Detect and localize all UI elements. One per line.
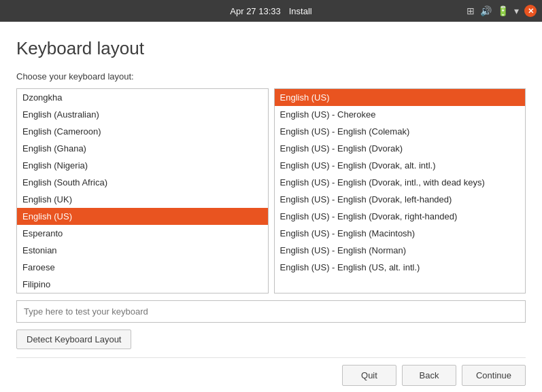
list-item[interactable]: English (US) - English (Dvorak, left-han…: [275, 191, 526, 208]
list-item[interactable]: English (US) - English (Dvorak, intl., w…: [275, 174, 526, 191]
list-item[interactable]: English (Nigeria): [17, 157, 268, 174]
titlebar-title: Install: [289, 6, 312, 16]
chevron-down-icon: ▾: [514, 5, 519, 16]
continue-button[interactable]: Continue: [462, 365, 526, 386]
network-icon: ⊞: [467, 5, 475, 16]
back-button[interactable]: Back: [402, 365, 456, 386]
quit-button[interactable]: Quit: [342, 365, 396, 386]
subtitle: Choose your keyboard layout:: [16, 71, 526, 82]
list-item[interactable]: Dzongkha: [17, 89, 268, 106]
list-item[interactable]: Filipino: [17, 276, 268, 293]
list-item[interactable]: English (US) - English (Macintosh): [275, 225, 526, 242]
list-item[interactable]: English (UK): [17, 191, 268, 208]
close-button[interactable]: ✕: [524, 5, 537, 17]
list-item[interactable]: English (South Africa): [17, 174, 268, 191]
titlebar-datetime: Apr 27 13:33: [230, 6, 280, 16]
list-item[interactable]: English (Australian): [17, 106, 268, 123]
titlebar-right: ⊞ 🔊 🔋 ▾ ✕: [467, 5, 537, 17]
bottom-bar: Quit Back Continue: [16, 357, 526, 386]
list-item[interactable]: Estonian: [17, 242, 268, 259]
list-item[interactable]: English (Cameroon): [17, 123, 268, 140]
list-item[interactable]: English (US) - English (Colemak): [275, 123, 526, 140]
list-item[interactable]: English (US) - English (Dvorak): [275, 140, 526, 157]
list-item[interactable]: English (Ghana): [17, 140, 268, 157]
layout-left-list[interactable]: DzongkhaEnglish (Australian)English (Cam…: [16, 88, 269, 293]
list-item[interactable]: English (US) - English (US, alt. intl.): [275, 259, 526, 276]
list-item[interactable]: English (US) - English (Dvorak, alt. int…: [275, 157, 526, 174]
list-item[interactable]: English (US): [17, 208, 268, 225]
list-item[interactable]: English (US) - English (Dvorak, right-ha…: [275, 208, 526, 225]
list-item[interactable]: English (US) - Cherokee: [275, 106, 526, 123]
list-item[interactable]: English (US): [275, 89, 526, 106]
keyboard-test-input[interactable]: [16, 300, 526, 323]
detect-keyboard-button[interactable]: Detect Keyboard Layout: [16, 329, 131, 349]
list-item[interactable]: English (US) - English (Norman): [275, 242, 526, 259]
titlebar-center: Apr 27 13:33 Install: [230, 6, 311, 16]
list-item[interactable]: Esperanto: [17, 225, 268, 242]
battery-icon: 🔋: [497, 5, 509, 16]
titlebar: Apr 27 13:33 Install ⊞ 🔊 🔋 ▾ ✕: [0, 0, 542, 22]
list-item[interactable]: Faroese: [17, 259, 268, 276]
sound-icon: 🔊: [480, 5, 492, 16]
lists-container: DzongkhaEnglish (Australian)English (Cam…: [16, 88, 526, 293]
page-title: Keyboard layout: [16, 38, 526, 59]
main-window: Keyboard layout Choose your keyboard lay…: [0, 22, 542, 392]
layout-right-list[interactable]: English (US)English (US) - CherokeeEngli…: [274, 88, 526, 293]
